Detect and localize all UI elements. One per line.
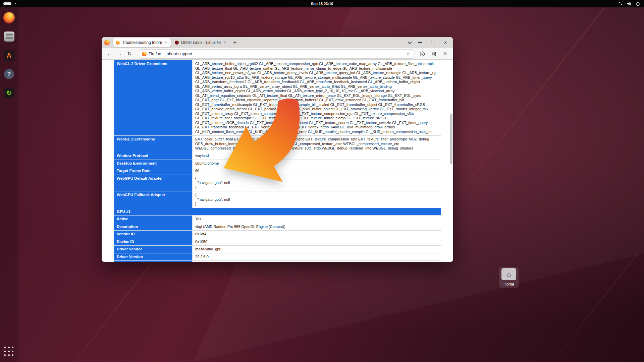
- row-label: Active: [114, 216, 193, 223]
- tab-omg-linux[interactable]: OMG! Linux - Linux News ×: [172, 38, 230, 47]
- minimize-button[interactable]: [416, 39, 424, 46]
- identity-label: Firefox: [149, 52, 161, 56]
- dock-item-app-center[interactable]: A: [3, 49, 15, 62]
- row-label: Description: [114, 223, 193, 231]
- table-row: Descriptionvirgl (AMD Radeon Pro 555 Ope…: [114, 223, 441, 231]
- address-bar[interactable]: Firefox about:support ☆: [139, 50, 414, 58]
- pocket-icon[interactable]: [418, 50, 427, 58]
- topbar-left-indicators: [3, 0, 16, 7]
- table-row: Desktop Environmentubuntu:gnome: [114, 160, 441, 167]
- firefox-window: Troubleshooting Informa × OMG! Linux - L…: [102, 37, 453, 262]
- titlebar-controls: ×: [408, 39, 450, 46]
- app-center-icon: A: [4, 50, 14, 61]
- row-label: WebGPU Fallback Adapter: [114, 191, 193, 208]
- scrollbar-track[interactable]: [450, 60, 453, 261]
- dock-item-help[interactable]: ?: [3, 68, 15, 80]
- extensions-puzzle-icon[interactable]: [429, 50, 438, 58]
- dock-item-updates[interactable]: ↻: [3, 86, 15, 99]
- table-row: WebGL 2 Driver ExtensionsGL_ARB_texture_…: [114, 60, 441, 136]
- back-button[interactable]: ←: [105, 50, 114, 58]
- row-value: { "navigator.gpu": null }: [193, 191, 441, 208]
- row-label: RAM: [114, 261, 193, 262]
- tab-close-icon[interactable]: ×: [164, 40, 168, 45]
- row-value: 0: [193, 261, 441, 262]
- tab-title: Troubleshooting Informa: [122, 40, 162, 45]
- files-icon: [4, 32, 14, 42]
- table-row: Target Frame Rate60: [114, 167, 441, 175]
- row-label: Vendor ID: [114, 231, 193, 238]
- about-support-page: WebGL 2 Driver ExtensionsGL_ARB_texture_…: [102, 60, 453, 262]
- row-value: GL_ARB_texture_buffer_object_rgb32 GL_AR…: [193, 60, 441, 136]
- new-tab-button[interactable]: +: [231, 39, 239, 47]
- table-row: GPU #1: [114, 208, 441, 216]
- row-label: WebGL 2 Driver Extensions: [114, 60, 193, 136]
- toolbar-right-icons: ≡: [418, 50, 450, 58]
- identity-box[interactable]: Firefox: [142, 52, 161, 56]
- bookmark-star-icon[interactable]: ☆: [405, 51, 411, 57]
- maximize-icon: [431, 41, 434, 44]
- row-label: Device ID: [114, 238, 193, 246]
- row-value: 22.2.5.0: [193, 253, 441, 261]
- row-value: 60: [193, 167, 441, 175]
- row-value: mesa/virtio_gpu: [193, 246, 441, 253]
- scrollbar-thumb[interactable]: [450, 114, 452, 164]
- firefox-tab-icon[interactable]: [104, 40, 110, 45]
- row-label: Window Protocol: [114, 152, 193, 160]
- row-label: Driver Vendor: [114, 246, 193, 253]
- omg-linux-favicon-icon: [175, 41, 179, 45]
- hamburger-menu-icon[interactable]: ≡: [440, 50, 450, 58]
- firefox-favicon-icon: [116, 41, 120, 45]
- help-icon: ?: [4, 69, 14, 79]
- desktop-home-shortcut[interactable]: ⌂ Home: [499, 267, 519, 288]
- row-label: Target Frame Rate: [114, 167, 193, 175]
- home-label: Home: [500, 282, 518, 287]
- tab-troubleshooting[interactable]: Troubleshooting Informa ×: [113, 38, 171, 47]
- minimize-icon: [418, 42, 422, 43]
- table-row: WebGL 2 ExtensionsEXT_color_buffer_float…: [114, 136, 441, 152]
- updates-icon: ↻: [4, 87, 14, 98]
- wallpaper-line: [530, 253, 638, 362]
- forward-button[interactable]: →: [115, 50, 124, 58]
- navigation-toolbar: ← → ↻ Firefox about:support ☆ ≡: [102, 48, 453, 60]
- table-row: Window Protocolwayland: [114, 152, 441, 160]
- table-row: Driver Vendormesa/virtio_gpu: [114, 246, 441, 253]
- firefox-identity-icon: [142, 52, 147, 56]
- section-header: GPU #1: [114, 208, 441, 216]
- table-row: Device ID0x1050: [114, 238, 441, 246]
- tab-close-icon[interactable]: ×: [223, 40, 227, 45]
- dock: A ? ↻: [0, 7, 18, 362]
- reload-button[interactable]: ↻: [125, 50, 134, 58]
- list-tabs-chevron-icon[interactable]: [408, 40, 412, 44]
- table-row: ActiveYes: [114, 216, 441, 223]
- dock-item-firefox[interactable]: [3, 11, 15, 24]
- tab-title: OMG! Linux - Linux News: [181, 40, 221, 45]
- workspace-pill-indicator: [3, 2, 11, 5]
- row-value: Yes: [193, 216, 441, 223]
- url-text[interactable]: about:support: [167, 52, 406, 56]
- row-value: 0x1af4: [193, 231, 441, 238]
- network-icon: [618, 2, 623, 6]
- row-label: Desktop Environment: [114, 160, 193, 167]
- wallpaper-line: [439, 2, 609, 219]
- power-icon: [636, 2, 640, 6]
- volume-icon: [627, 2, 632, 6]
- support-table-body: WebGL 2 Driver ExtensionsGL_ARB_texture_…: [114, 60, 441, 262]
- identity-separator: [164, 52, 164, 56]
- table-row: RAM0: [114, 261, 441, 262]
- table-row: WebGPU Default Adapter{ "navigator.gpu":…: [114, 175, 441, 191]
- home-folder-icon: ⌂: [501, 268, 516, 280]
- dock-item-files[interactable]: [3, 30, 15, 43]
- workspace-dot-indicator: [15, 3, 16, 4]
- close-button[interactable]: ×: [442, 39, 449, 46]
- row-label: WebGL 2 Extensions: [114, 136, 193, 152]
- clock[interactable]: Sep 18 23:10: [311, 2, 333, 6]
- table-row: Driver Version22.2.5.0: [114, 253, 441, 261]
- row-label: WebGPU Default Adapter: [114, 175, 193, 191]
- app-grid-button[interactable]: [4, 347, 14, 357]
- system-status-area[interactable]: [618, 0, 640, 7]
- window-titlebar[interactable]: Troubleshooting Informa × OMG! Linux - L…: [102, 37, 453, 48]
- maximize-button[interactable]: [429, 39, 436, 46]
- row-value: { "navigator.gpu": null }: [193, 175, 441, 191]
- table-row: WebGPU Fallback Adapter{ "navigator.gpu"…: [114, 191, 441, 208]
- row-value: wayland: [193, 152, 441, 160]
